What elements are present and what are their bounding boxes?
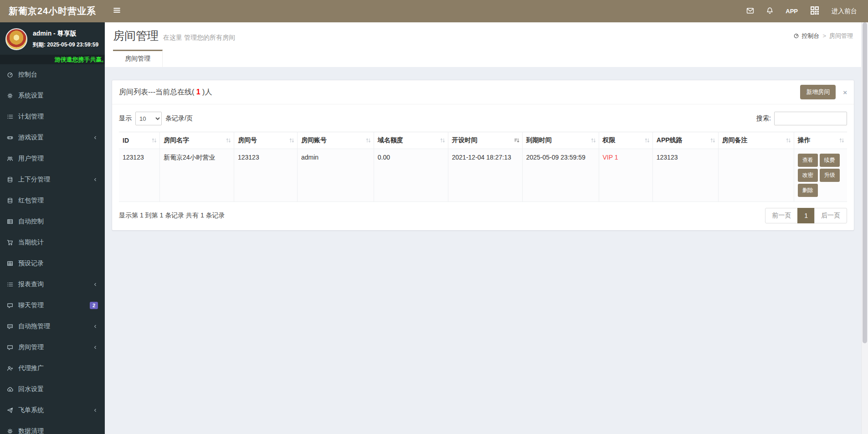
sidebar-item-label: 红包管理 <box>17 196 98 205</box>
cell-app-line: 123123 <box>652 149 718 202</box>
col-quota[interactable]: 域名额度 <box>374 132 448 149</box>
tab-room-management[interactable]: 房间管理 <box>113 50 163 67</box>
qr-code-button[interactable] <box>810 5 820 17</box>
col-room-name[interactable]: 房间名字 <box>159 132 234 149</box>
sidebar-item-15[interactable]: 回水设置 <box>0 379 105 400</box>
row-action-button-0[interactable]: 查看 <box>798 154 818 167</box>
col-vip[interactable]: 权限 <box>599 132 652 149</box>
search-input[interactable] <box>774 112 847 125</box>
sidebar: admin - 尊享版 到期: 2025-05-09 23:59:59 游侠邀您… <box>0 22 105 434</box>
sort-icon[interactable] <box>644 138 650 144</box>
sort-icon[interactable] <box>839 138 845 144</box>
col-actions[interactable]: 操作 <box>794 132 847 149</box>
brand-logo[interactable]: 新葡京24小时营业系 <box>0 0 105 22</box>
sidebar-toggle-button[interactable] <box>105 0 129 22</box>
rooms-table: ID 房间名字 房间号 房间账号 域名额度 开设时间 到期时间 权限 APP线路… <box>119 132 847 202</box>
paper-plane-icon <box>7 407 17 413</box>
panel-header: 房间列表---当前总在线( 1 )人 新增房间 × <box>112 80 854 104</box>
sidebar-item-10[interactable]: 报表查询 <box>0 274 105 295</box>
scrollbar-thumb[interactable] <box>863 22 867 343</box>
sidebar-item-label: 自动控制 <box>17 217 98 226</box>
records-info: 显示第 1 到第 1 条记录 共有 1 条记录 <box>119 212 225 220</box>
cloud-down-icon <box>7 386 17 393</box>
sidebar-item-2[interactable]: 计划管理 <box>0 106 105 127</box>
pagination-button-1[interactable]: 1 <box>797 208 815 223</box>
sidebar-item-16[interactable]: 飞单系统 <box>0 400 105 421</box>
col-remark[interactable]: 房间备注 <box>718 132 794 149</box>
page-size-select[interactable]: 10 <box>135 112 162 125</box>
top-navbar: APP 进入前台 <box>105 0 868 22</box>
sidebar-item-13[interactable]: 房间管理 <box>0 337 105 358</box>
user-panel: admin - 尊享版 到期: 2025-05-09 23:59:59 <box>0 22 105 55</box>
sort-icon[interactable] <box>365 138 371 144</box>
sidebar-item-label: 计划管理 <box>17 113 98 121</box>
comment-icon <box>7 302 17 309</box>
row-action-button-2[interactable]: 改密 <box>798 169 818 182</box>
sidebar-item-8[interactable]: 当期统计 <box>0 232 105 253</box>
row-action-button-1[interactable]: 续费 <box>820 154 840 167</box>
app-link[interactable]: APP <box>786 8 798 15</box>
sidebar-item-0[interactable]: 控制台 <box>0 64 105 85</box>
sidebar-menu: 控制台系统设置计划管理游戏设置用户管理上下分管理红包管理自动控制当期统计预设记录… <box>0 64 105 434</box>
col-expires[interactable]: 到期时间 <box>522 132 599 149</box>
row-action-button-4[interactable]: 删除 <box>798 184 818 197</box>
search-control: 搜索: <box>756 112 847 125</box>
sort-icon[interactable] <box>710 138 716 144</box>
sidebar-item-4[interactable]: 用户管理 <box>0 148 105 169</box>
cell-remark <box>718 149 794 202</box>
sort-icon[interactable] <box>591 138 596 144</box>
page-subtitle: 在这里 管理您的所有房间 <box>163 30 235 42</box>
pagination-button-0[interactable]: 前一页 <box>765 208 798 223</box>
col-account[interactable]: 房间账号 <box>297 132 374 149</box>
cell-account: admin <box>297 149 374 202</box>
sidebar-item-5[interactable]: 上下分管理 <box>0 169 105 190</box>
col-created[interactable]: 开设时间 <box>448 132 522 149</box>
cell-room-name: 新葡京24小时营业 <box>159 149 234 202</box>
sort-icon[interactable] <box>151 138 157 144</box>
sort-desc-icon[interactable] <box>514 138 520 144</box>
sidebar-item-label: 聊天管理 <box>17 301 90 310</box>
notifications-button[interactable] <box>766 7 774 16</box>
tab-bar: 房间管理 <box>113 50 853 67</box>
sidebar-item-label: 用户管理 <box>17 155 98 163</box>
sidebar-item-label: 回水设置 <box>17 385 98 393</box>
sort-icon[interactable] <box>440 138 446 144</box>
gamepad-icon <box>7 134 17 141</box>
pagination-button-2[interactable]: 后一页 <box>814 208 847 223</box>
row-action-button-3[interactable]: 升级 <box>820 169 840 182</box>
vip-badge: VIP 1 <box>603 154 618 161</box>
sidebar-item-9[interactable]: 预设记录 <box>0 253 105 274</box>
sidebar-item-3[interactable]: 游戏设置 <box>0 127 105 148</box>
sidebar-item-label: 上下分管理 <box>17 176 92 184</box>
sidebar-item-label: 当期统计 <box>17 238 98 247</box>
sidebar-item-12[interactable]: 自动拖管理 <box>0 316 105 337</box>
sidebar-item-1[interactable]: 系统设置 <box>0 85 105 106</box>
search-label: 搜索: <box>756 114 771 123</box>
table-icon <box>7 260 17 267</box>
online-count: 1 <box>194 88 202 96</box>
col-id[interactable]: ID <box>119 132 159 149</box>
sidebar-item-7[interactable]: 自动控制 <box>0 211 105 232</box>
breadcrumb-home-link[interactable]: 控制台 <box>793 32 819 40</box>
col-room-no[interactable]: 房间号 <box>234 132 297 149</box>
sort-icon[interactable] <box>226 138 231 144</box>
topbar: 新葡京24小时营业系 APP 进入前台 <box>0 0 868 22</box>
sort-icon[interactable] <box>289 138 295 144</box>
add-room-button[interactable]: 新增房间 <box>800 85 836 99</box>
vertical-scrollbar[interactable] <box>861 22 868 434</box>
sidebar-item-6[interactable]: 红包管理 <box>0 190 105 211</box>
main-area: 房间管理 在这里 管理您的所有房间 控制台 > 房间管理 房间管理 房间列表--… <box>105 22 861 434</box>
sort-icon[interactable] <box>786 138 791 144</box>
enter-frontend-link[interactable]: 进入前台 <box>832 7 857 16</box>
user-name: admin - 尊享版 <box>33 30 98 38</box>
sidebar-item-label: 报表查询 <box>17 280 92 289</box>
collapse-icon[interactable]: × <box>843 88 847 96</box>
sidebar-item-label: 预设记录 <box>17 259 98 268</box>
messages-button[interactable] <box>746 7 754 16</box>
sidebar-item-17[interactable]: 数据清理 <box>0 421 105 434</box>
sidebar-item-11[interactable]: 聊天管理2 <box>0 295 105 316</box>
list-icon <box>7 281 17 288</box>
col-app-line[interactable]: APP线路 <box>652 132 718 149</box>
sidebar-item-14[interactable]: 代理推广 <box>0 358 105 379</box>
sidebar-item-label: 飞单系统 <box>17 406 92 414</box>
